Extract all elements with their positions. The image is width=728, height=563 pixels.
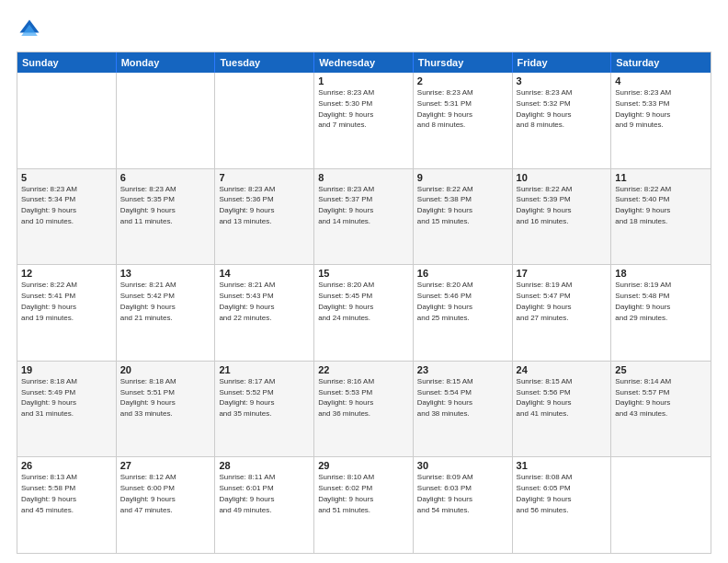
day-cell-26: 26Sunrise: 8:13 AM Sunset: 5:58 PM Dayli…: [17, 457, 117, 553]
day-number: 21: [219, 364, 310, 375]
day-number: 5: [21, 172, 112, 183]
day-details: Sunrise: 8:08 AM Sunset: 6:05 PM Dayligh…: [517, 473, 573, 513]
day-cell-21: 21Sunrise: 8:17 AM Sunset: 5:52 PM Dayli…: [215, 362, 314, 457]
day-cell-8: 8Sunrise: 8:23 AM Sunset: 5:37 PM Daylig…: [314, 169, 414, 265]
day-cell-17: 17Sunrise: 8:19 AM Sunset: 5:47 PM Dayli…: [513, 265, 612, 361]
day-number: 19: [21, 364, 112, 375]
empty-cell: [117, 73, 216, 168]
day-cell-1: 1Sunrise: 8:23 AM Sunset: 5:30 PM Daylig…: [314, 73, 414, 168]
calendar: SundayMondayTuesdayWednesdayThursdayFrid…: [17, 52, 711, 554]
day-cell-2: 2Sunrise: 8:23 AM Sunset: 5:31 PM Daylig…: [414, 73, 513, 168]
day-details: Sunrise: 8:23 AM Sunset: 5:31 PM Dayligh…: [417, 88, 473, 129]
day-number: 4: [615, 75, 707, 86]
day-cell-13: 13Sunrise: 8:21 AM Sunset: 5:42 PM Dayli…: [117, 265, 216, 361]
day-number: 1: [318, 75, 409, 86]
day-number: 7: [219, 172, 310, 183]
day-number: 13: [120, 268, 211, 279]
day-cell-16: 16Sunrise: 8:20 AM Sunset: 5:46 PM Dayli…: [414, 265, 513, 361]
header-cell-friday: Friday: [513, 52, 612, 73]
day-cell-20: 20Sunrise: 8:18 AM Sunset: 5:51 PM Dayli…: [117, 362, 216, 457]
day-number: 26: [21, 460, 112, 471]
logo: [17, 17, 46, 42]
day-cell-10: 10Sunrise: 8:22 AM Sunset: 5:39 PM Dayli…: [513, 169, 612, 265]
day-number: 15: [318, 268, 409, 279]
day-cell-15: 15Sunrise: 8:20 AM Sunset: 5:45 PM Dayli…: [314, 265, 414, 361]
day-number: 10: [517, 172, 608, 183]
empty-cell: [611, 457, 711, 553]
day-details: Sunrise: 8:18 AM Sunset: 5:51 PM Dayligh…: [120, 377, 176, 418]
day-details: Sunrise: 8:17 AM Sunset: 5:52 PM Dayligh…: [219, 377, 275, 418]
day-cell-12: 12Sunrise: 8:22 AM Sunset: 5:41 PM Dayli…: [17, 265, 117, 361]
logo-icon: [17, 17, 42, 42]
day-details: Sunrise: 8:09 AM Sunset: 6:03 PM Dayligh…: [417, 473, 473, 513]
day-details: Sunrise: 8:23 AM Sunset: 5:37 PM Dayligh…: [318, 185, 374, 225]
day-cell-31: 31Sunrise: 8:08 AM Sunset: 6:05 PM Dayli…: [513, 457, 612, 553]
day-details: Sunrise: 8:21 AM Sunset: 5:43 PM Dayligh…: [219, 281, 275, 321]
page: SundayMondayTuesdayWednesdayThursdayFrid…: [0, 0, 728, 563]
header-cell-sunday: Sunday: [17, 52, 117, 73]
day-number: 14: [219, 268, 310, 279]
day-number: 31: [517, 460, 608, 471]
day-number: 11: [615, 172, 707, 183]
day-details: Sunrise: 8:23 AM Sunset: 5:30 PM Dayligh…: [318, 88, 374, 129]
day-details: Sunrise: 8:13 AM Sunset: 5:58 PM Dayligh…: [21, 473, 77, 513]
header-cell-saturday: Saturday: [611, 52, 711, 73]
empty-cell: [17, 73, 117, 168]
calendar-row-3: 12Sunrise: 8:22 AM Sunset: 5:41 PM Dayli…: [17, 264, 711, 361]
day-cell-18: 18Sunrise: 8:19 AM Sunset: 5:48 PM Dayli…: [611, 265, 711, 361]
calendar-row-2: 5Sunrise: 8:23 AM Sunset: 5:34 PM Daylig…: [17, 168, 711, 265]
header-cell-monday: Monday: [117, 52, 216, 73]
day-details: Sunrise: 8:23 AM Sunset: 5:36 PM Dayligh…: [219, 185, 275, 225]
calendar-body: 1Sunrise: 8:23 AM Sunset: 5:30 PM Daylig…: [17, 73, 711, 553]
day-number: 2: [417, 75, 508, 86]
day-details: Sunrise: 8:15 AM Sunset: 5:56 PM Dayligh…: [517, 377, 573, 418]
header-cell-thursday: Thursday: [414, 52, 513, 73]
day-details: Sunrise: 8:14 AM Sunset: 5:57 PM Dayligh…: [615, 377, 671, 418]
day-details: Sunrise: 8:22 AM Sunset: 5:39 PM Dayligh…: [517, 185, 573, 225]
day-details: Sunrise: 8:11 AM Sunset: 6:01 PM Dayligh…: [219, 473, 275, 513]
day-number: 28: [219, 460, 310, 471]
day-cell-3: 3Sunrise: 8:23 AM Sunset: 5:32 PM Daylig…: [513, 73, 612, 168]
day-details: Sunrise: 8:19 AM Sunset: 5:48 PM Dayligh…: [615, 281, 671, 321]
day-number: 20: [120, 364, 211, 375]
day-number: 12: [21, 268, 112, 279]
day-cell-29: 29Sunrise: 8:10 AM Sunset: 6:02 PM Dayli…: [314, 457, 414, 553]
day-cell-27: 27Sunrise: 8:12 AM Sunset: 6:00 PM Dayli…: [117, 457, 216, 553]
day-cell-22: 22Sunrise: 8:16 AM Sunset: 5:53 PM Dayli…: [314, 362, 414, 457]
day-number: 25: [615, 364, 707, 375]
day-details: Sunrise: 8:23 AM Sunset: 5:34 PM Dayligh…: [21, 185, 77, 225]
day-details: Sunrise: 8:22 AM Sunset: 5:40 PM Dayligh…: [615, 185, 671, 225]
day-cell-19: 19Sunrise: 8:18 AM Sunset: 5:49 PM Dayli…: [17, 362, 117, 457]
day-cell-7: 7Sunrise: 8:23 AM Sunset: 5:36 PM Daylig…: [215, 169, 314, 265]
day-cell-11: 11Sunrise: 8:22 AM Sunset: 5:40 PM Dayli…: [611, 169, 711, 265]
day-details: Sunrise: 8:21 AM Sunset: 5:42 PM Dayligh…: [120, 281, 176, 321]
day-cell-28: 28Sunrise: 8:11 AM Sunset: 6:01 PM Dayli…: [215, 457, 314, 553]
day-cell-23: 23Sunrise: 8:15 AM Sunset: 5:54 PM Dayli…: [414, 362, 513, 457]
day-cell-25: 25Sunrise: 8:14 AM Sunset: 5:57 PM Dayli…: [611, 362, 711, 457]
day-details: Sunrise: 8:19 AM Sunset: 5:47 PM Dayligh…: [517, 281, 573, 321]
empty-cell: [215, 73, 314, 168]
day-cell-4: 4Sunrise: 8:23 AM Sunset: 5:33 PM Daylig…: [611, 73, 711, 168]
day-details: Sunrise: 8:23 AM Sunset: 5:33 PM Dayligh…: [615, 88, 671, 129]
day-details: Sunrise: 8:20 AM Sunset: 5:45 PM Dayligh…: [318, 281, 374, 321]
day-number: 6: [120, 172, 211, 183]
day-cell-30: 30Sunrise: 8:09 AM Sunset: 6:03 PM Dayli…: [414, 457, 513, 553]
day-number: 30: [417, 460, 508, 471]
day-number: 29: [318, 460, 409, 471]
day-number: 3: [517, 75, 608, 86]
calendar-row-4: 19Sunrise: 8:18 AM Sunset: 5:49 PM Dayli…: [17, 361, 711, 457]
day-cell-14: 14Sunrise: 8:21 AM Sunset: 5:43 PM Dayli…: [215, 265, 314, 361]
day-details: Sunrise: 8:16 AM Sunset: 5:53 PM Dayligh…: [318, 377, 374, 418]
day-number: 22: [318, 364, 409, 375]
day-number: 24: [517, 364, 608, 375]
day-number: 9: [417, 172, 508, 183]
day-details: Sunrise: 8:10 AM Sunset: 6:02 PM Dayligh…: [318, 473, 374, 513]
header-cell-wednesday: Wednesday: [314, 52, 414, 73]
day-number: 16: [417, 268, 508, 279]
header: [17, 17, 711, 42]
day-number: 8: [318, 172, 409, 183]
day-cell-5: 5Sunrise: 8:23 AM Sunset: 5:34 PM Daylig…: [17, 169, 117, 265]
day-details: Sunrise: 8:23 AM Sunset: 5:35 PM Dayligh…: [120, 185, 176, 225]
day-number: 27: [120, 460, 211, 471]
day-details: Sunrise: 8:20 AM Sunset: 5:46 PM Dayligh…: [417, 281, 473, 321]
